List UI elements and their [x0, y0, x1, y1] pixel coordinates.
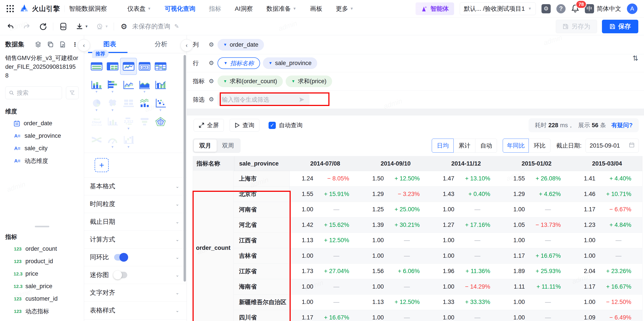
toggle-同环比[interactable] — [114, 254, 127, 260]
dataset-more-icon[interactable]: ⋮ — [71, 41, 79, 48]
compare-环比[interactable]: 环比 — [528, 138, 550, 152]
field-search-input[interactable] — [17, 90, 58, 96]
agg-日均[interactable]: 日均 — [432, 138, 454, 152]
field-pill-sale_province[interactable]: ▼sale_province — [263, 57, 317, 69]
nav-item-更多[interactable]: 更多▼ — [336, 4, 354, 13]
header-date-column[interactable]: 2015-01/02 — [502, 160, 572, 167]
field-sort-icon[interactable]: ⇅ — [632, 54, 638, 62]
table-row-北京市[interactable]: 北京市1.55+ 15.91%1.29− 3.23%1.43+ 0.40%1.2… — [234, 186, 642, 202]
dimension-order_date[interactable]: order_date — [5, 117, 79, 130]
section-表格样式[interactable]: 表格样式⌄ — [84, 302, 187, 320]
table-row-新疆维吾尔自治区[interactable]: 新疆维吾尔自治区1.00—1.13+ 12.50%1.33+ 33.33%1.0… — [234, 294, 642, 310]
gear-icon[interactable]: ⚙ — [209, 42, 214, 48]
chart-type-bar-icon[interactable]: ▼ — [88, 76, 104, 94]
dataset-copy-icon[interactable] — [47, 41, 54, 48]
language-switcher[interactable]: 中 简体中文 — [585, 4, 621, 13]
section-同环比[interactable]: 同环比⌄ — [84, 248, 187, 266]
toggle-迷你图[interactable] — [114, 272, 127, 278]
chart-type-pie-icon[interactable]: ▼ — [88, 94, 104, 112]
table-row-四川省[interactable]: 四川省1.17+ 16.67%1.00—1.00—1.00—1.09− 6.49… — [234, 310, 642, 321]
table-row-江西省[interactable]: 江西省1.13+ 12.50%1.00—1.00—1.00—1.00— — [234, 232, 642, 248]
dimension-sale_province[interactable]: A≡sale_province — [5, 130, 79, 142]
nav-item-可视化查询[interactable]: 可视化查询 — [165, 4, 196, 13]
chart-type-scatter-icon[interactable]: ▼ — [152, 94, 168, 112]
metric-sale_price[interactable]: 12.3sale_price — [5, 280, 79, 292]
chart-type-combo-icon[interactable] — [152, 76, 168, 94]
chart-type-sankey-icon[interactable] — [88, 131, 104, 149]
alert-button[interactable]: ▼ — [95, 22, 108, 31]
chart-type-linebar-icon[interactable] — [136, 94, 152, 112]
section-时间粒度[interactable]: 时间粒度⌄ — [84, 195, 187, 213]
agg-自动[interactable]: 自动 — [475, 138, 497, 152]
period-双周[interactable]: 双周 — [217, 140, 240, 152]
section-迷你图[interactable]: 迷你图⌄ — [84, 266, 187, 284]
field-pill-order_date[interactable]: ▼order_date — [218, 39, 264, 50]
dataset-layers-icon[interactable] — [34, 41, 42, 48]
header-date-column[interactable]: 2014-07/08 — [290, 160, 360, 167]
nav-item-画板[interactable]: 画板 — [310, 4, 322, 13]
notifications-button[interactable]: 78 — [571, 4, 579, 13]
dataset-name[interactable]: 销售GMV分析_v3_可建模order_FILE_20250908181958 — [5, 54, 79, 80]
chart-type-card-icon[interactable]: 2,312▼ — [120, 112, 136, 131]
dimension-sale_city[interactable]: A≡sale_city — [5, 142, 79, 154]
gear-icon[interactable]: ⚙ — [209, 96, 214, 102]
section-截止日期[interactable]: 截止日期⌄ — [84, 213, 187, 231]
rename-icon[interactable]: ✎ — [174, 23, 179, 30]
period-双月[interactable]: 双月 — [194, 140, 217, 152]
auto-query-checkbox[interactable]: ✓ 自动查询 — [268, 121, 302, 129]
chart-type-gauge-icon[interactable]: ▼ — [104, 131, 120, 149]
metric-order_count[interactable]: 123order_count — [5, 242, 79, 255]
project-selector[interactable]: 默认... /验收测试项目1 ▼ — [460, 2, 536, 15]
field-pill-指标名称[interactable]: ▼指标名称 — [218, 57, 260, 69]
nav-item-AI洞察[interactable]: AI洞察 — [235, 4, 253, 13]
console-settings-icon[interactable]: ⚙ — [542, 4, 551, 13]
agg-累计[interactable]: 累计 — [454, 138, 475, 152]
table-row-吉林省[interactable]: 吉林省1.00—1.00—1.00—1.17+ 16.67%1.00— — [234, 248, 642, 264]
refresh-icon[interactable] — [38, 22, 48, 31]
chart-type-radar-icon[interactable] — [152, 112, 168, 131]
collapse-chart-panel-button[interactable]: ‹ — [180, 39, 193, 52]
chart-type-okr-icon[interactable]: OKR — [136, 57, 152, 76]
chart-type-treemap-icon[interactable] — [120, 94, 136, 112]
fullscreen-button[interactable]: 全屏 — [194, 119, 224, 132]
query-settings-gear-icon[interactable]: ⚙ — [119, 22, 129, 31]
table-row-海南省[interactable]: 海南省1.00—1.00—1.00− 14.29%1.11+ 11.11%1.1… — [234, 279, 642, 294]
nav-item-仪表盘[interactable]: 仪表盘▼ — [127, 4, 151, 13]
chart-type-area-icon[interactable]: ▼ — [136, 76, 152, 94]
chart-type-trendtable-icon[interactable] — [120, 57, 136, 76]
panel-drag-handle[interactable] — [35, 226, 49, 227]
chart-type-gridtable-icon[interactable] — [152, 57, 168, 76]
field-filter-button[interactable] — [66, 86, 79, 99]
metric-product_id[interactable]: 123product_id — [5, 255, 79, 268]
chart-panel-scrollbar[interactable] — [184, 55, 186, 282]
filter-prompt-input[interactable]: 输入指令生成筛选 — [218, 94, 310, 106]
metric-动态指标[interactable]: 123动态指标 — [5, 305, 79, 318]
save-as-button[interactable]: 另存为 — [556, 20, 597, 33]
chart-type-hbar-icon[interactable]: ▼ — [104, 76, 120, 94]
send-icon[interactable] — [298, 97, 305, 102]
collapse-dataset-panel-button[interactable]: ‹ — [78, 39, 90, 52]
header-date-column[interactable]: 2015-03/04 — [572, 160, 642, 167]
gear-icon[interactable]: ⚙ — [209, 60, 214, 66]
header-date-column[interactable]: 2014-09/10 — [360, 160, 431, 167]
chart-type-table-icon[interactable] — [88, 57, 104, 76]
section-计算方式[interactable]: 计算方式⌄ — [84, 231, 187, 248]
section-基本格式[interactable]: 基本格式⌄ — [84, 178, 187, 195]
field-pill-求和(price)[interactable]: ▼求和(price) — [286, 76, 332, 87]
redo-icon[interactable] — [22, 22, 32, 31]
table-row-河南省[interactable]: 河南省1.00—1.25+ 25.00%1.00—1.00—1.17− 6.67… — [234, 202, 642, 217]
question-link[interactable]: 有疑问? — [611, 121, 633, 129]
tab-分析[interactable]: 分析 — [135, 35, 187, 53]
nav-item-数据准备[interactable]: 数据准备▼ — [266, 4, 296, 13]
chart-type-wordcloud-icon[interactable]: WordCloudWord Cloud — [88, 112, 104, 131]
header-sale-province[interactable]: sale_province — [234, 156, 290, 171]
chart-type-map-icon[interactable]: ▼ — [104, 94, 120, 112]
download-button[interactable]: ▼ — [75, 22, 88, 31]
metric-price[interactable]: 12.3price — [5, 268, 79, 280]
undo-icon[interactable] — [6, 22, 15, 31]
chart-type-waterfall-icon[interactable]: ▼ — [120, 131, 136, 149]
dataset-switch-icon[interactable] — [59, 41, 66, 48]
table-row-江苏省[interactable]: 江苏省1.73+ 27.04%1.56+ 6.06%1.96+ 11.36%1.… — [234, 264, 642, 279]
app-launcher-icon[interactable] — [6, 5, 14, 12]
table-row-河北省[interactable]: 河北省1.42+ 15.62%1.39+ 30.21%1.27+ 17.16%1… — [234, 217, 642, 233]
